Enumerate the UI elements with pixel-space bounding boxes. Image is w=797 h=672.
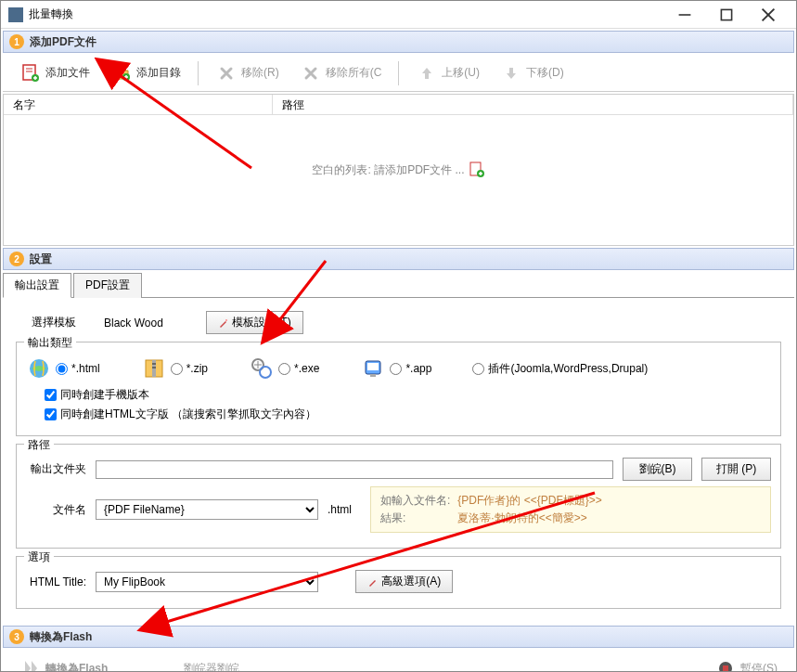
move-down-label: 下移(D)	[526, 65, 564, 81]
check-htmltext-label: 同時創建HTML文字版 （讓搜索引擎抓取文字內容）	[60, 407, 316, 422]
options-fieldset: 選項 HTML Title: My FlipBook 高級選項(A)	[16, 556, 781, 609]
play-icon	[19, 657, 42, 672]
filename-label: 文件名	[26, 502, 86, 518]
check-mobile-label: 同時創建手機版本	[60, 387, 149, 403]
template-btn-label: 模板設置(T)	[232, 316, 290, 329]
output-folder-label: 輸出文件夹	[26, 461, 86, 477]
move-up-button[interactable]: 上移(U)	[408, 58, 487, 88]
hint-box: 如輸入文件名: {PDF作者}的 <<{PDF標題}>> 結果: 夏洛蒂·勃朗特…	[370, 486, 771, 533]
check-mobile[interactable]	[45, 389, 57, 401]
section-2-header: 2 設置	[3, 248, 794, 270]
output-type-fieldset: 輸出類型 *.html *.zip *.exe *.app	[16, 342, 781, 436]
empty-message: 空白的列表: 請添加PDF文件 ...	[312, 162, 484, 178]
svg-rect-18	[367, 363, 379, 370]
stop-icon	[714, 657, 737, 672]
options-legend: 選項	[24, 549, 54, 565]
open-button[interactable]: 打開 (P)	[701, 458, 771, 481]
file-list[interactable]: 名字 路徑 空白的列表: 請添加PDF文件 ...	[3, 94, 794, 246]
section-1-toolbar: 添加文件 添加目錄 移除(R) 移除所有(C 上移(U) 下移(D)	[3, 55, 794, 92]
html-title-select[interactable]: My FlipBook	[96, 572, 318, 592]
settings-tabs: 輸出設置 PDF設置	[3, 272, 794, 298]
svg-point-16	[260, 367, 271, 378]
svg-rect-14	[152, 367, 156, 368]
template-label: 選擇模板	[16, 315, 76, 330]
path-fieldset: 路徑 輸出文件夹 劉皖(B) 打開 (P) 文件名 {PDF FileName}…	[16, 444, 781, 549]
browser-view-button[interactable]: 劉皖器劉皖	[176, 657, 247, 673]
remove-all-button[interactable]: 移除所有(C	[292, 58, 390, 88]
toolbar-separator	[398, 61, 399, 85]
section-3-title: 轉換為Flash	[30, 629, 92, 645]
col-path[interactable]: 路徑	[273, 95, 793, 114]
convert-label: 轉換為Flash	[45, 661, 108, 673]
remove-icon	[215, 62, 238, 84]
arrow-up-icon	[416, 62, 438, 84]
radio-html[interactable]	[56, 363, 68, 375]
hint-result-label: 結果:	[380, 510, 450, 526]
list-header: 名字 路徑	[4, 95, 793, 115]
hint-input-val: {PDF作者}的 <<{PDF標題}>>	[457, 493, 761, 509]
svg-rect-21	[723, 666, 728, 671]
output-folder-input[interactable]	[96, 460, 613, 479]
arrow-down-icon	[500, 62, 522, 84]
add-file-button[interactable]: 添加文件	[12, 58, 97, 88]
mac-icon	[360, 355, 386, 381]
tab-pdf[interactable]: PDF設置	[73, 273, 142, 298]
exe-icon	[249, 355, 275, 381]
tab-output[interactable]: 輸出設置	[3, 273, 71, 298]
add-folder-label: 添加目錄	[136, 65, 181, 81]
hint-input-label: 如輸入文件名:	[380, 493, 450, 509]
radio-app[interactable]	[390, 363, 402, 375]
maximize-button[interactable]	[705, 2, 747, 28]
wand-icon	[367, 576, 379, 588]
ext-label: .html	[328, 503, 352, 516]
minimize-button[interactable]	[663, 2, 705, 28]
col-name[interactable]: 名字	[4, 95, 273, 114]
pdf-add-icon	[469, 162, 485, 178]
svg-rect-13	[152, 363, 156, 365]
add-folder-button[interactable]: 添加目錄	[103, 58, 188, 88]
hint-result-val: 夏洛蒂·勃朗特的<<簡愛>>	[457, 510, 761, 526]
section-1-num: 1	[9, 34, 24, 49]
section-3-toolbar: 轉換為Flash 劉皖器劉皖 暫停(S)	[3, 650, 794, 672]
radio-exe-label: *.exe	[294, 362, 319, 375]
output-type-legend: 輸出類型	[24, 335, 76, 351]
settings-body: 選擇模板 Black Wood 模板設置(T) 輸出類型 *.html *.zi…	[1, 298, 796, 624]
window-titlebar: 批量轉換	[1, 1, 796, 29]
pdf-add-icon	[19, 62, 42, 84]
radio-zip[interactable]	[171, 363, 183, 375]
template-value: Black Wood	[85, 317, 197, 330]
empty-text: 空白的列表: 請添加PDF文件 ...	[312, 162, 464, 178]
check-htmltext[interactable]	[45, 408, 57, 420]
add-file-label: 添加文件	[45, 65, 90, 81]
folder-add-icon	[110, 62, 133, 84]
radio-app-label: *.app	[405, 362, 431, 375]
convert-button[interactable]: 轉換為Flash	[12, 653, 115, 672]
app-icon	[8, 7, 23, 22]
radio-html-label: *.html	[71, 362, 100, 375]
zip-icon	[141, 355, 167, 381]
close-button[interactable]	[747, 2, 789, 28]
remove-all-label: 移除所有(C	[326, 65, 382, 81]
remove-all-icon	[300, 62, 322, 84]
move-down-button[interactable]: 下移(D)	[493, 58, 572, 88]
advanced-button[interactable]: 高級選項(A)	[355, 570, 453, 593]
toolbar-separator	[198, 61, 199, 85]
section-1-title: 添加PDF文件	[30, 34, 96, 50]
window-title: 批量轉換	[29, 6, 663, 22]
radio-exe[interactable]	[278, 363, 290, 375]
browser-view-label: 劉皖器劉皖	[184, 661, 239, 673]
remove-label: 移除(R)	[241, 65, 279, 81]
wand-icon	[218, 317, 229, 329]
section-3-header: 3 轉換為Flash	[3, 626, 794, 648]
filename-select[interactable]: {PDF FileName}	[96, 499, 318, 520]
pause-button[interactable]: 暫停(S)	[707, 653, 785, 672]
section-2-title: 設置	[30, 252, 52, 267]
radio-zip-label: *.zip	[186, 362, 208, 375]
template-settings-button[interactable]: 模板設置(T)	[206, 311, 303, 334]
radio-plugin[interactable]	[472, 363, 484, 375]
browse-button[interactable]: 劉皖(B)	[623, 458, 692, 481]
html-title-label: HTML Title:	[26, 575, 86, 588]
svg-rect-1	[721, 9, 731, 19]
remove-button[interactable]: 移除(R)	[208, 58, 287, 88]
advanced-label: 高級選項(A)	[381, 575, 441, 588]
